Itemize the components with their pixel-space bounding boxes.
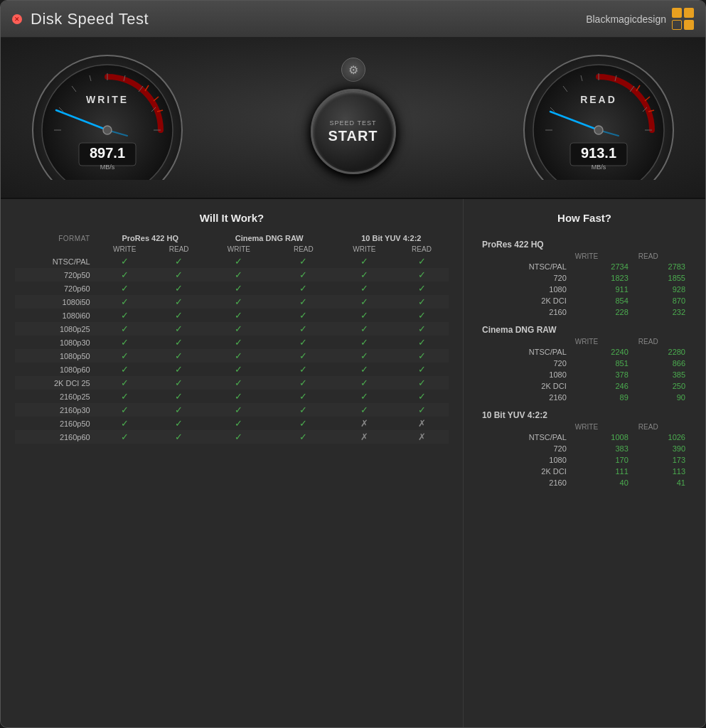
how-fast-title: How Fast? xyxy=(478,212,691,224)
check-cell: ✓ xyxy=(273,255,334,268)
list-item: 2K DCI111113 xyxy=(478,466,691,477)
check-cell: ✓ xyxy=(273,336,334,349)
check-cell: ✓ xyxy=(334,403,395,417)
table-row: 2160p30✓✓✓✓✓✓ xyxy=(15,403,449,417)
svg-point-25 xyxy=(594,126,603,134)
cross-cell: ✗ xyxy=(334,417,395,430)
check-cell: ✓ xyxy=(96,295,154,309)
check-cell: ✓ xyxy=(205,282,273,295)
table-row: 1080p30✓✓✓✓✓✓ xyxy=(15,336,449,349)
row-label: NTSC/PAL xyxy=(478,432,571,443)
brand-sq-3 xyxy=(672,20,682,30)
check-cell: ✓ xyxy=(96,403,154,417)
svg-text:READ: READ xyxy=(580,94,617,105)
row-label: 2160 xyxy=(478,306,571,318)
list-item: 1080170173 xyxy=(478,454,691,466)
check-cell: ✓ xyxy=(96,430,154,444)
read-value: 90 xyxy=(634,392,691,403)
check-cell: ✓ xyxy=(273,403,334,417)
brand-sq-2 xyxy=(684,8,694,18)
read-col-header: READ xyxy=(634,251,691,261)
cross-cell: ✗ xyxy=(395,430,449,444)
row-label: 2160 xyxy=(478,477,571,488)
close-button[interactable]: ✕ xyxy=(12,14,22,24)
list-item: 1080911928 xyxy=(478,284,691,295)
row-label: 2K DCI xyxy=(478,380,571,392)
cdng-read-header: READ xyxy=(273,244,334,255)
list-item: NTSC/PAL10081026 xyxy=(478,432,691,443)
cdng-header: Cinema DNG RAW xyxy=(205,232,334,244)
title-bar: ✕ Disk Speed Test Blackmagicdesign xyxy=(1,1,705,38)
check-cell: ✓ xyxy=(334,282,395,295)
check-cell: ✓ xyxy=(205,295,273,309)
row-label: 720p60 xyxy=(15,282,96,295)
will-it-work-table: FORMAT ProRes 422 HQ Cinema DNG RAW 10 B… xyxy=(15,232,449,444)
read-col-header: READ xyxy=(634,336,691,346)
read-gauge-wrap: READ xyxy=(513,52,684,180)
category-row: Cinema DNG RAW xyxy=(478,318,691,336)
check-cell: ✓ xyxy=(205,390,273,403)
app-window: ✕ Disk Speed Test Blackmagicdesign xyxy=(0,0,706,728)
write-value: 89 xyxy=(571,392,634,403)
check-cell: ✓ xyxy=(154,430,205,444)
read-value: 173 xyxy=(634,454,691,466)
check-cell: ✓ xyxy=(205,417,273,430)
check-cell: ✓ xyxy=(395,390,449,403)
list-item: 2160228232 xyxy=(478,306,691,318)
row-label: 1080 xyxy=(478,454,571,466)
check-cell: ✓ xyxy=(154,295,205,309)
check-cell: ✓ xyxy=(154,268,205,282)
prores-read-header: READ xyxy=(154,244,205,255)
check-cell: ✓ xyxy=(205,268,273,282)
check-cell: ✓ xyxy=(96,376,154,390)
check-cell: ✓ xyxy=(96,363,154,376)
check-cell: ✓ xyxy=(96,255,154,268)
list-item: 21608990 xyxy=(478,392,691,403)
check-cell: ✓ xyxy=(154,417,205,430)
write-value: 228 xyxy=(571,306,634,318)
row-label: NTSC/PAL xyxy=(478,261,571,272)
format-header: FORMAT xyxy=(15,232,96,244)
check-cell: ✓ xyxy=(273,268,334,282)
read-value: 385 xyxy=(634,369,691,380)
check-cell: ✓ xyxy=(154,282,205,295)
sub-header-row: WRITEREAD xyxy=(478,336,691,346)
write-value: 111 xyxy=(571,466,634,477)
read-gauge-svg: READ xyxy=(513,52,684,180)
check-cell: ✓ xyxy=(96,349,154,363)
write-value: 40 xyxy=(571,477,634,488)
row-label: 2K DCI 25 xyxy=(15,376,96,390)
check-cell: ✓ xyxy=(273,295,334,309)
check-cell: ✓ xyxy=(334,268,395,282)
brand-sq-4 xyxy=(684,20,694,30)
table-row: 720p50✓✓✓✓✓✓ xyxy=(15,268,449,282)
read-value: 232 xyxy=(634,306,691,318)
read-value: 390 xyxy=(634,443,691,454)
how-fast-table: ProRes 422 HQWRITEREADNTSC/PAL2734278372… xyxy=(478,232,691,488)
list-item: 72018231855 xyxy=(478,272,691,284)
check-cell: ✓ xyxy=(96,417,154,430)
category-name: ProRes 422 HQ xyxy=(478,232,691,251)
check-cell: ✓ xyxy=(334,309,395,322)
row-label: 2160p30 xyxy=(15,403,96,417)
check-cell: ✓ xyxy=(154,349,205,363)
gauge-section: WRITE xyxy=(1,38,705,199)
check-cell: ✓ xyxy=(205,430,273,444)
check-cell: ✓ xyxy=(154,376,205,390)
row-label: 720p50 xyxy=(15,268,96,282)
table-row: 2160p25✓✓✓✓✓✓ xyxy=(15,390,449,403)
check-cell: ✓ xyxy=(395,309,449,322)
row-label: NTSC/PAL xyxy=(478,346,571,358)
check-cell: ✓ xyxy=(205,363,273,376)
list-item: 720851866 xyxy=(478,358,691,369)
settings-button[interactable]: ⚙ xyxy=(341,58,365,82)
start-button[interactable]: SPEED TEST START xyxy=(311,89,396,174)
check-cell: ✓ xyxy=(395,282,449,295)
write-value: 1008 xyxy=(571,432,634,443)
check-cell: ✓ xyxy=(205,309,273,322)
row-label: 720 xyxy=(478,272,571,284)
table-row: 2K DCI 25✓✓✓✓✓✓ xyxy=(15,376,449,390)
write-value: 378 xyxy=(571,369,634,380)
svg-text:MB/s: MB/s xyxy=(592,164,606,171)
check-cell: ✓ xyxy=(334,295,395,309)
